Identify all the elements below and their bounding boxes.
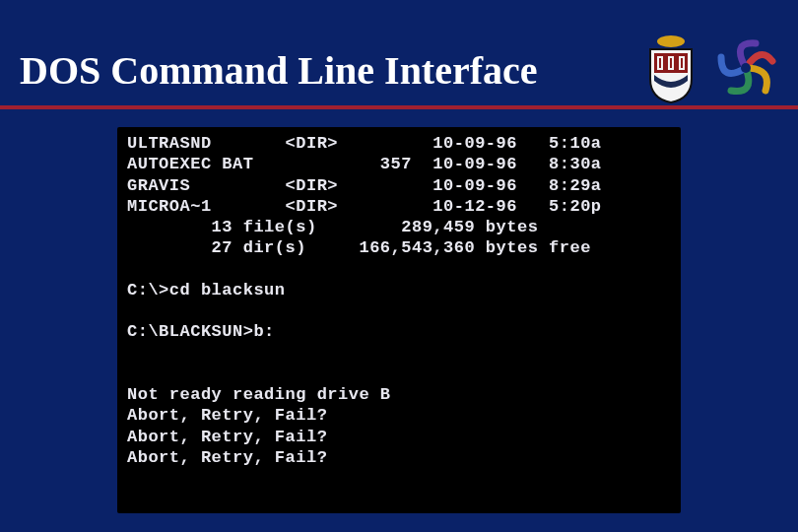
swirl-icon: [711, 33, 780, 102]
svg-point-8: [741, 63, 751, 73]
slide-header: DOS Command Line Interface: [0, 0, 798, 109]
dos-terminal: ULTRASND <DIR> 10-09-96 5:10a AUTOEXEC B…: [117, 127, 681, 513]
svg-point-0: [657, 35, 685, 47]
svg-rect-7: [681, 58, 683, 68]
svg-rect-6: [670, 58, 672, 68]
slide: DOS Command Line Interface: [0, 0, 798, 532]
crest-icon: [644, 32, 698, 104]
svg-rect-5: [659, 58, 661, 68]
slide-content: ULTRASND <DIR> 10-09-96 5:10a AUTOEXEC B…: [0, 109, 798, 513]
logo-group: [644, 32, 780, 104]
